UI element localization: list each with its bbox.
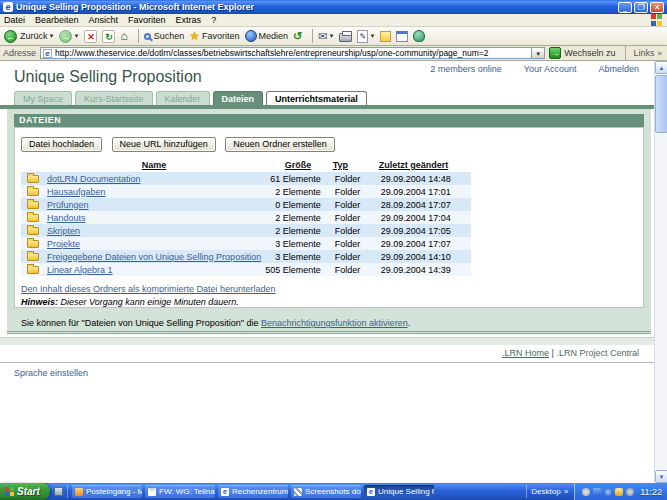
taskbar-task-button[interactable]: Posteingang - Micros... <box>72 485 142 498</box>
tray-icon-4[interactable] <box>615 488 623 496</box>
folder-name-link[interactable]: Hausaufgaben <box>47 187 106 197</box>
folder-name-link[interactable]: Handouts <box>47 213 86 223</box>
tab-dateien[interactable]: Dateien <box>213 91 264 105</box>
tray-icon-1[interactable] <box>582 488 590 496</box>
browser-toolbar: ← Zurück ▼ → ▼ ✕ ↻ ⌂ Suchen ★ Favoriten … <box>0 27 667 46</box>
folder-icon-cell <box>21 237 45 250</box>
desktop-chevron-icon[interactable]: » <box>564 487 568 496</box>
vertical-scrollbar[interactable]: ▲ ▼ <box>654 61 667 483</box>
members-online-link[interactable]: 2 members online <box>430 64 502 74</box>
back-dropdown-icon[interactable]: ▼ <box>49 33 55 39</box>
address-dropdown-button[interactable]: ▼ <box>532 47 545 59</box>
footer-band <box>0 337 654 345</box>
tab-my-space[interactable]: My Space <box>14 91 72 105</box>
notes-button[interactable] <box>380 31 391 42</box>
folder-name-link[interactable]: Skripten <box>47 226 80 236</box>
taskbar-task-button[interactable]: Screenshots dotLRN... <box>291 485 361 498</box>
upload-file-button[interactable]: Datei hochladen <box>21 137 102 152</box>
add-url-button[interactable]: Neue URL hinzufügen <box>112 137 216 152</box>
type-column-header[interactable]: Typ <box>333 159 379 172</box>
forward-button[interactable]: → ▼ <box>59 30 79 43</box>
edit-button[interactable]: ✎ ▼ <box>357 30 375 43</box>
folder-name-link[interactable]: Linear Algebra 1 <box>47 265 113 275</box>
folder-name-link[interactable]: Projekte <box>47 239 80 249</box>
menu-ansicht[interactable]: Ansicht <box>89 15 119 25</box>
history-button[interactable]: ↺ <box>293 30 302 43</box>
menu-favoriten[interactable]: Favoriten <box>128 15 166 25</box>
lrn-project-central-link[interactable]: .LRN Project Central <box>556 348 639 358</box>
tab-kalender[interactable]: Kalender <box>156 91 210 105</box>
folder-size: 3 Elemente <box>263 250 333 263</box>
hint-label: Hinweis: <box>21 297 58 307</box>
scroll-up-button[interactable]: ▲ <box>655 61 667 74</box>
folder-icon <box>27 253 39 261</box>
menu-bearbeiten[interactable]: Bearbeiten <box>35 15 79 25</box>
back-button[interactable]: ← Zurück ▼ <box>4 30 54 43</box>
tray-icon-5[interactable] <box>626 488 634 496</box>
size-column-header[interactable]: Größe <box>263 159 333 172</box>
set-language-link[interactable]: Sprache einstellen <box>14 368 88 378</box>
minimize-button[interactable]: _ <box>618 2 632 13</box>
search-button[interactable]: Suchen <box>144 31 185 41</box>
forward-dropdown-icon[interactable]: ▼ <box>73 33 79 39</box>
lrn-home-link[interactable]: .LRN Home <box>502 348 549 358</box>
mail-dropdown-icon[interactable]: ▼ <box>328 33 334 39</box>
tray-icon-3[interactable] <box>604 488 612 496</box>
media-label: Medien <box>259 31 289 41</box>
name-column-header[interactable]: Name <box>45 159 263 172</box>
restore-button[interactable]: ❐ <box>634 2 648 13</box>
notification-activate-link[interactable]: Benachrichtigungsfunktion aktivieren <box>261 318 408 328</box>
folder-name-link[interactable]: dotLRN Documentation <box>47 174 141 184</box>
links-chevron-icon[interactable]: » <box>658 49 662 58</box>
taskbar-task-button[interactable]: eUnique Selling Proposi... <box>364 485 434 498</box>
create-folder-button[interactable]: Neuen Ordner erstellen <box>225 137 335 152</box>
address-input[interactable]: e http://www.theservice.de/dotlrn/classe… <box>40 47 532 59</box>
discuss-button[interactable] <box>396 31 408 42</box>
taskbar-task-button[interactable]: eRechenzentrum Uni K... <box>218 485 288 498</box>
folder-modified: 29.09.2004 17:05 <box>379 224 471 237</box>
notify-suffix: . <box>408 318 411 328</box>
media-button[interactable]: Medien <box>245 30 289 42</box>
back-label: Zurück <box>20 31 48 41</box>
shots-task-icon <box>294 488 302 496</box>
scrollbar-thumb[interactable] <box>655 75 667 133</box>
scroll-down-button[interactable]: ▼ <box>655 470 667 483</box>
folder-icon-cell <box>21 198 45 211</box>
taskbar-task-button[interactable]: FW: WG: Teilnahme v... <box>145 485 215 498</box>
go-button[interactable]: → Wechseln zu <box>549 47 615 59</box>
stop-button[interactable]: ✕ <box>84 30 97 43</box>
logout-link[interactable]: Abmelden <box>598 64 639 74</box>
folder-type: Folder <box>333 198 379 211</box>
forward-icon: → <box>59 30 72 43</box>
print-button[interactable] <box>339 31 352 42</box>
folder-name-link[interactable]: Prüfungen <box>47 200 89 210</box>
start-button[interactable]: Start <box>0 483 50 500</box>
title-bar[interactable]: e Unique Selling Proposition - Microsoft… <box>0 0 667 14</box>
links-label[interactable]: Links <box>634 48 655 58</box>
menu-datei[interactable]: Datei <box>4 15 25 25</box>
toolbar-separator <box>138 29 139 43</box>
edit-dropdown-icon[interactable]: ▼ <box>369 33 375 39</box>
show-desktop-icon[interactable] <box>54 487 63 496</box>
folder-modified: 29.09.2004 17:01 <box>379 185 471 198</box>
tab-kurs-startseite[interactable]: Kurs-Startseite <box>75 91 153 105</box>
tray-icon-2[interactable] <box>593 488 601 496</box>
menu-extras[interactable]: Extras <box>176 15 202 25</box>
modified-column-header[interactable]: Zuletzt geändert <box>379 159 471 172</box>
folder-name-link[interactable]: Freigegebene Dateien von Unique Selling … <box>47 252 261 262</box>
your-account-link[interactable]: Your Account <box>524 64 577 74</box>
messenger-button[interactable] <box>413 30 425 42</box>
tab-unterrichtsmaterial[interactable]: Unterrichtsmaterial <box>266 91 367 105</box>
download-zip-link[interactable]: Den Inhalt dieses Ordners als komprimier… <box>21 284 276 294</box>
refresh-button[interactable]: ↻ <box>102 30 115 43</box>
search-icon <box>144 33 151 40</box>
ie-app-icon: e <box>3 2 13 12</box>
desktop-toolbar[interactable]: Desktop » <box>526 485 574 498</box>
mail-button[interactable]: ✉ ▼ <box>318 30 334 43</box>
favorites-button[interactable]: ★ Favoriten <box>189 29 239 43</box>
close-button[interactable]: ✕ <box>650 2 664 13</box>
windows-logo-icon <box>651 14 663 26</box>
folder-icon <box>27 201 39 209</box>
home-button[interactable]: ⌂ <box>120 30 127 43</box>
menu-hilfe[interactable]: ? <box>211 15 216 25</box>
